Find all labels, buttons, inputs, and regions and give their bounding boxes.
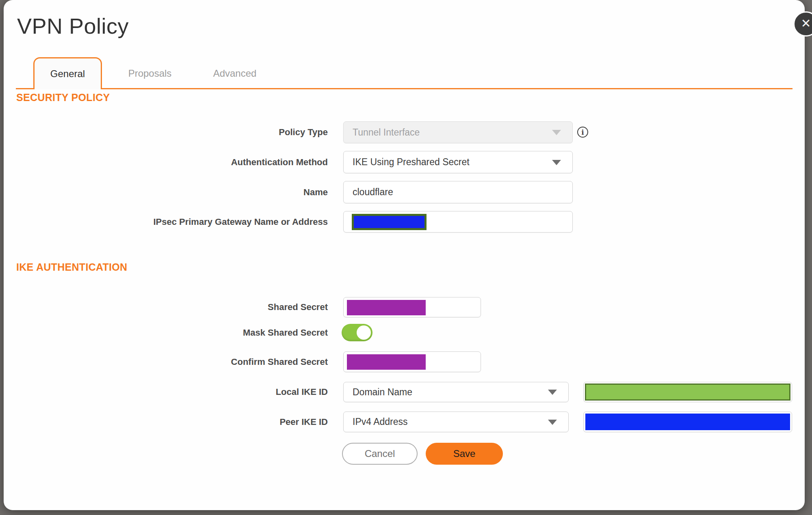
- dropdown-arrow-icon: [548, 390, 557, 395]
- close-glyph: ✕: [801, 17, 811, 30]
- local-ike-id-label: Local IKE ID: [4, 382, 328, 402]
- tab-general-label: General: [50, 68, 85, 80]
- shared-secret-redaction: [347, 300, 426, 315]
- local-ike-id-value-input[interactable]: [583, 382, 792, 402]
- auth-method-label: Authentication Method: [4, 151, 328, 173]
- cancel-button[interactable]: Cancel: [342, 443, 418, 465]
- info-icon[interactable]: i: [577, 127, 588, 138]
- dropdown-arrow-icon: [552, 130, 561, 135]
- confirm-shared-secret-redaction: [347, 354, 426, 370]
- cancel-button-label: Cancel: [365, 448, 395, 459]
- dropdown-arrow-icon: [548, 420, 557, 425]
- name-input[interactable]: cloudflare: [343, 181, 573, 203]
- peer-ike-id-type-select[interactable]: IPv4 Address: [343, 412, 569, 432]
- local-ike-id-redaction: [585, 384, 790, 401]
- confirm-shared-secret-label: Confirm Shared Secret: [4, 351, 328, 372]
- policy-type-select: Tunnel Interface: [343, 121, 573, 143]
- tab-proposals[interactable]: Proposals: [105, 57, 195, 89]
- save-button[interactable]: Save: [426, 443, 503, 465]
- policy-type-label: Policy Type: [4, 121, 328, 143]
- gateway-redaction: [352, 214, 427, 230]
- shared-secret-input[interactable]: [343, 297, 481, 317]
- vpn-policy-dialog: VPN Policy General Proposals Advanced SE…: [4, 0, 805, 510]
- name-value: cloudflare: [353, 187, 393, 198]
- toggle-knob: [357, 325, 371, 340]
- name-label: Name: [4, 181, 328, 203]
- info-icon-glyph: i: [581, 128, 584, 136]
- tab-advanced[interactable]: Advanced: [190, 57, 279, 89]
- mask-shared-secret-label: Mask Shared Secret: [4, 324, 328, 341]
- mask-shared-secret-toggle[interactable]: [342, 324, 372, 341]
- local-ike-id-type-value: Domain Name: [353, 387, 412, 398]
- gateway-input[interactable]: [343, 211, 573, 233]
- tab-general[interactable]: General: [33, 57, 102, 89]
- confirm-shared-secret-input[interactable]: [343, 351, 481, 372]
- tab-proposals-label: Proposals: [128, 68, 172, 79]
- local-ike-id-type-select[interactable]: Domain Name: [343, 382, 569, 402]
- policy-type-value: Tunnel Interface: [353, 127, 420, 138]
- page-title: VPN Policy: [17, 12, 129, 40]
- section-ike-authentication: IKE AUTHENTICATION: [16, 261, 127, 273]
- dropdown-arrow-icon: [552, 160, 561, 165]
- peer-ike-id-value-input[interactable]: [583, 412, 792, 432]
- peer-ike-id-label: Peer IKE ID: [4, 412, 328, 432]
- screen: VPN Policy General Proposals Advanced SE…: [0, 0, 812, 515]
- gateway-label: IPsec Primary Gateway Name or Address: [4, 211, 328, 233]
- section-security-policy: SECURITY POLICY: [16, 92, 110, 103]
- peer-ike-id-redaction: [585, 414, 790, 430]
- auth-method-value: IKE Using Preshared Secret: [353, 157, 470, 168]
- tab-advanced-label: Advanced: [213, 68, 257, 79]
- peer-ike-id-type-value: IPv4 Address: [353, 416, 408, 427]
- save-button-label: Save: [453, 448, 476, 459]
- shared-secret-label: Shared Secret: [4, 297, 328, 317]
- auth-method-select[interactable]: IKE Using Preshared Secret: [343, 151, 573, 173]
